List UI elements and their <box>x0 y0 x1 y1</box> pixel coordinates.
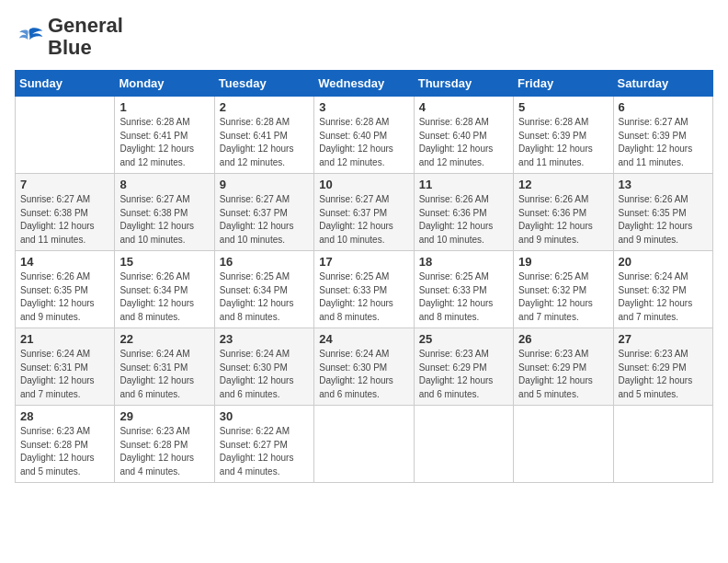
day-number: 21 <box>20 332 109 346</box>
logo-blue: Blue <box>48 36 92 59</box>
day-number: 16 <box>220 255 309 269</box>
day-info: Sunrise: 6:28 AMSunset: 6:40 PMDaylight:… <box>419 116 508 169</box>
day-number: 15 <box>119 255 209 269</box>
day-info: Sunrise: 6:27 AMSunset: 6:39 PMDaylight:… <box>619 116 708 169</box>
day-number: 26 <box>518 332 608 346</box>
day-info: Sunrise: 6:27 AMSunset: 6:37 PMDaylight:… <box>220 193 309 247</box>
day-info: Sunrise: 6:25 AMSunset: 6:32 PMDaylight:… <box>518 270 608 324</box>
calendar-cell: 12Sunrise: 6:26 AMSunset: 6:36 PMDayligh… <box>514 174 613 251</box>
col-header-friday: Friday <box>514 71 613 97</box>
calendar-cell: 18Sunrise: 6:25 AMSunset: 6:33 PMDayligh… <box>414 251 513 328</box>
calendar-cell: 9Sunrise: 6:27 AMSunset: 6:37 PMDaylight… <box>214 174 313 251</box>
calendar-cell: 27Sunrise: 6:23 AMSunset: 6:29 PMDayligh… <box>613 328 712 406</box>
calendar-cell: 20Sunrise: 6:24 AMSunset: 6:32 PMDayligh… <box>613 251 712 328</box>
calendar-cell: 1Sunrise: 6:28 AMSunset: 6:41 PMDaylight… <box>115 97 214 174</box>
calendar-cell: 24Sunrise: 6:24 AMSunset: 6:30 PMDayligh… <box>314 328 414 406</box>
day-number: 5 <box>518 100 608 114</box>
calendar-cell: 14Sunrise: 6:26 AMSunset: 6:35 PMDayligh… <box>16 251 115 328</box>
day-number: 7 <box>20 178 109 191</box>
calendar-cell: 15Sunrise: 6:26 AMSunset: 6:34 PMDayligh… <box>115 251 214 328</box>
calendar-cell: 30Sunrise: 6:22 AMSunset: 6:27 PMDayligh… <box>214 406 313 483</box>
day-info: Sunrise: 6:23 AMSunset: 6:28 PMDaylight:… <box>119 425 209 478</box>
logo-icon <box>15 26 44 48</box>
calendar-table: SundayMondayTuesdayWednesdayThursdayFrid… <box>15 70 713 483</box>
day-info: Sunrise: 6:28 AMSunset: 6:39 PMDaylight:… <box>518 116 608 169</box>
calendar-cell: 8Sunrise: 6:27 AMSunset: 6:38 PMDaylight… <box>115 174 214 251</box>
calendar-week-row: 1Sunrise: 6:28 AMSunset: 6:41 PMDaylight… <box>16 97 713 174</box>
day-info: Sunrise: 6:26 AMSunset: 6:34 PMDaylight:… <box>119 270 209 324</box>
day-info: Sunrise: 6:24 AMSunset: 6:30 PMDaylight:… <box>220 348 309 401</box>
calendar-cell: 19Sunrise: 6:25 AMSunset: 6:32 PMDayligh… <box>514 251 613 328</box>
calendar-cell: 23Sunrise: 6:24 AMSunset: 6:30 PMDayligh… <box>214 328 313 406</box>
calendar-cell: 25Sunrise: 6:23 AMSunset: 6:29 PMDayligh… <box>414 328 513 406</box>
calendar-cell: 28Sunrise: 6:23 AMSunset: 6:28 PMDayligh… <box>16 406 115 483</box>
day-number: 23 <box>220 332 309 346</box>
calendar-cell: 13Sunrise: 6:26 AMSunset: 6:35 PMDayligh… <box>613 174 712 251</box>
day-info: Sunrise: 6:24 AMSunset: 6:31 PMDaylight:… <box>20 348 109 401</box>
day-info: Sunrise: 6:27 AMSunset: 6:38 PMDaylight:… <box>20 193 109 247</box>
calendar-cell: 2Sunrise: 6:28 AMSunset: 6:41 PMDaylight… <box>214 97 313 174</box>
calendar-week-row: 7Sunrise: 6:27 AMSunset: 6:38 PMDaylight… <box>16 174 713 251</box>
calendar-week-row: 28Sunrise: 6:23 AMSunset: 6:28 PMDayligh… <box>16 406 713 483</box>
day-number: 13 <box>619 178 708 191</box>
col-header-thursday: Thursday <box>414 71 513 97</box>
day-number: 6 <box>619 100 708 114</box>
day-number: 20 <box>619 255 708 269</box>
day-number: 12 <box>518 178 608 191</box>
day-number: 2 <box>220 100 309 114</box>
col-header-sunday: Sunday <box>16 71 115 97</box>
day-info: Sunrise: 6:26 AMSunset: 6:36 PMDaylight:… <box>518 193 608 247</box>
day-number: 14 <box>20 255 109 269</box>
day-number: 4 <box>419 100 508 114</box>
calendar-cell: 22Sunrise: 6:24 AMSunset: 6:31 PMDayligh… <box>115 328 214 406</box>
calendar-cell: 4Sunrise: 6:28 AMSunset: 6:40 PMDaylight… <box>414 97 513 174</box>
col-header-wednesday: Wednesday <box>314 71 414 97</box>
day-number: 11 <box>419 178 508 191</box>
calendar-cell <box>613 406 712 483</box>
day-number: 29 <box>119 409 209 423</box>
calendar-cell <box>314 406 414 483</box>
day-info: Sunrise: 6:26 AMSunset: 6:36 PMDaylight:… <box>419 193 508 247</box>
day-info: Sunrise: 6:27 AMSunset: 6:37 PMDaylight:… <box>319 193 408 247</box>
day-number: 24 <box>319 332 408 346</box>
day-number: 10 <box>319 178 408 191</box>
day-number: 19 <box>518 255 608 269</box>
day-info: Sunrise: 6:26 AMSunset: 6:35 PMDaylight:… <box>619 193 708 247</box>
day-info: Sunrise: 6:27 AMSunset: 6:38 PMDaylight:… <box>119 193 209 247</box>
day-number: 1 <box>119 100 209 114</box>
day-info: Sunrise: 6:23 AMSunset: 6:29 PMDaylight:… <box>518 348 608 401</box>
calendar-cell: 21Sunrise: 6:24 AMSunset: 6:31 PMDayligh… <box>16 328 115 406</box>
day-info: Sunrise: 6:24 AMSunset: 6:31 PMDaylight:… <box>119 348 209 401</box>
col-header-saturday: Saturday <box>613 71 712 97</box>
calendar-cell: 10Sunrise: 6:27 AMSunset: 6:37 PMDayligh… <box>314 174 414 251</box>
calendar-cell <box>16 97 115 174</box>
col-header-monday: Monday <box>115 71 214 97</box>
day-number: 17 <box>319 255 408 269</box>
day-info: Sunrise: 6:24 AMSunset: 6:30 PMDaylight:… <box>319 348 408 401</box>
day-number: 25 <box>419 332 508 346</box>
calendar-cell: 7Sunrise: 6:27 AMSunset: 6:38 PMDaylight… <box>16 174 115 251</box>
calendar-cell: 29Sunrise: 6:23 AMSunset: 6:28 PMDayligh… <box>115 406 214 483</box>
day-number: 9 <box>220 178 309 191</box>
day-info: Sunrise: 6:23 AMSunset: 6:29 PMDaylight:… <box>419 348 508 401</box>
day-info: Sunrise: 6:23 AMSunset: 6:29 PMDaylight:… <box>619 348 708 401</box>
day-number: 22 <box>119 332 209 346</box>
day-number: 27 <box>619 332 708 346</box>
logo: General Blue <box>15 15 123 59</box>
calendar-cell: 17Sunrise: 6:25 AMSunset: 6:33 PMDayligh… <box>314 251 414 328</box>
calendar-cell: 6Sunrise: 6:27 AMSunset: 6:39 PMDaylight… <box>613 97 712 174</box>
day-info: Sunrise: 6:28 AMSunset: 6:41 PMDaylight:… <box>119 116 209 169</box>
calendar-cell: 5Sunrise: 6:28 AMSunset: 6:39 PMDaylight… <box>514 97 613 174</box>
calendar-cell <box>514 406 613 483</box>
day-number: 8 <box>119 178 209 191</box>
page-header: General Blue <box>15 15 713 59</box>
calendar-cell <box>414 406 513 483</box>
day-info: Sunrise: 6:26 AMSunset: 6:35 PMDaylight:… <box>20 270 109 324</box>
day-info: Sunrise: 6:25 AMSunset: 6:33 PMDaylight:… <box>419 270 508 324</box>
col-header-tuesday: Tuesday <box>214 71 313 97</box>
day-info: Sunrise: 6:23 AMSunset: 6:28 PMDaylight:… <box>20 425 109 478</box>
calendar-week-row: 14Sunrise: 6:26 AMSunset: 6:35 PMDayligh… <box>16 251 713 328</box>
day-number: 30 <box>220 409 309 423</box>
day-info: Sunrise: 6:25 AMSunset: 6:34 PMDaylight:… <box>220 270 309 324</box>
calendar-cell: 11Sunrise: 6:26 AMSunset: 6:36 PMDayligh… <box>414 174 513 251</box>
